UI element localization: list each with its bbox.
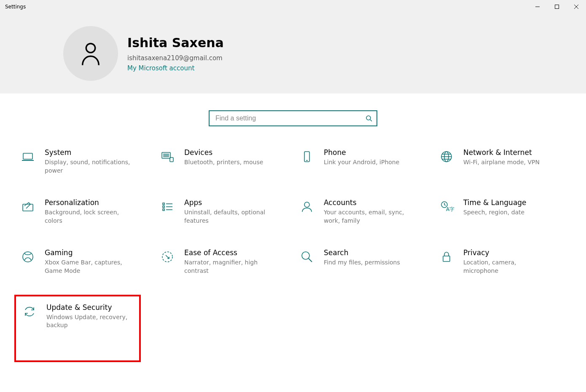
tile-time-language[interactable]: A字 Time & Language Speech, region, date — [439, 197, 566, 226]
svg-point-4 — [86, 43, 95, 52]
svg-rect-1 — [555, 5, 559, 9]
account-header: Ishita Saxena ishitasaxena2109@gmail.com… — [0, 13, 586, 93]
tile-desc: Speech, region, date — [463, 208, 527, 217]
xbox-icon — [20, 249, 35, 264]
tile-phone[interactable]: Phone Link your Android, iPhone — [299, 147, 426, 176]
tile-desc: Windows Update, recovery, backup — [46, 313, 133, 330]
laptop-icon — [20, 149, 35, 164]
user-name: Ishita Saxena — [127, 35, 224, 50]
window-controls — [528, 0, 586, 13]
tile-desc: Your accounts, email, sync, work, family — [324, 208, 412, 225]
magnifier-icon — [299, 249, 315, 264]
tile-search[interactable]: Search Find my files, permissions — [299, 248, 426, 276]
tile-title: Network & Internet — [463, 148, 540, 157]
person-icon — [299, 199, 315, 214]
tile-desc: Display, sound, notifications, power — [45, 158, 133, 175]
search-area — [0, 93, 586, 147]
tile-gaming[interactable]: Gaming Xbox Game Bar, captures, Game Mod… — [20, 248, 147, 276]
tile-title: Apps — [184, 198, 273, 207]
tile-desc: Bluetooth, printers, mouse — [184, 158, 263, 167]
ease-of-access-icon — [160, 249, 175, 264]
apps-list-icon — [160, 199, 175, 214]
avatar — [63, 26, 118, 81]
tile-title: Privacy — [463, 248, 552, 257]
svg-line-36 — [309, 259, 312, 262]
tile-desc: Find my files, permissions — [324, 259, 400, 267]
svg-point-35 — [302, 252, 309, 259]
tile-title: Update & Security — [46, 303, 133, 312]
svg-rect-24 — [163, 206, 164, 208]
tile-title: System — [45, 148, 133, 157]
search-icon — [366, 115, 372, 122]
svg-rect-37 — [443, 256, 450, 261]
person-icon — [80, 41, 102, 66]
svg-text:A字: A字 — [446, 206, 454, 212]
paintbrush-icon — [20, 199, 35, 214]
keyboard-icon — [160, 149, 175, 164]
window-title: Settings — [5, 4, 26, 10]
tile-title: Personalization — [45, 198, 133, 207]
lock-icon — [439, 249, 454, 264]
tile-title: Devices — [184, 148, 263, 157]
tile-privacy[interactable]: Privacy Location, camera, microphone — [439, 248, 566, 276]
tile-desc: Uninstall, defaults, optional features — [184, 208, 273, 225]
clock-language-icon: A字 — [439, 199, 454, 214]
titlebar: Settings — [0, 0, 586, 13]
tile-system[interactable]: System Display, sound, notifications, po… — [20, 147, 147, 176]
tile-desc: Narrator, magnifier, high contrast — [184, 259, 273, 275]
tile-desc: Wi-Fi, airplane mode, VPN — [463, 158, 540, 167]
svg-rect-26 — [163, 209, 164, 211]
tile-title: Gaming — [45, 248, 133, 257]
maximize-button[interactable] — [547, 0, 567, 13]
settings-grid: System Display, sound, notifications, po… — [0, 147, 586, 362]
svg-line-6 — [370, 120, 372, 121]
user-info: Ishita Saxena ishitasaxena2109@gmail.com… — [127, 35, 224, 72]
tile-network[interactable]: Network & Internet Wi-Fi, airplane mode,… — [439, 147, 566, 176]
tile-desc: Background, lock screen, colors — [45, 208, 133, 225]
tile-title: Search — [324, 248, 400, 257]
tile-apps[interactable]: Apps Uninstall, defaults, optional featu… — [160, 197, 287, 226]
tile-desc: Location, camera, microphone — [463, 259, 552, 275]
svg-rect-7 — [23, 153, 32, 159]
sync-icon — [22, 304, 37, 319]
svg-rect-21 — [23, 204, 33, 211]
tile-title: Phone — [324, 148, 399, 157]
tile-title: Time & Language — [463, 198, 527, 207]
svg-point-28 — [304, 202, 309, 207]
tile-title: Accounts — [324, 198, 412, 207]
highlight-box: Update & Security Windows Update, recove… — [14, 295, 141, 362]
globe-icon — [439, 149, 454, 164]
user-email: ishitasaxena2109@gmail.com — [127, 54, 224, 62]
tile-update-security[interactable]: Update & Security Windows Update, recove… — [22, 302, 133, 331]
svg-point-5 — [366, 116, 371, 120]
tile-desc: Xbox Game Bar, captures, Game Mode — [45, 259, 133, 275]
tile-accounts[interactable]: Accounts Your accounts, email, sync, wor… — [299, 197, 426, 226]
close-button[interactable] — [567, 0, 586, 13]
tile-devices[interactable]: Devices Bluetooth, printers, mouse — [160, 147, 287, 176]
search-input[interactable] — [215, 115, 366, 122]
tile-ease-of-access[interactable]: Ease of Access Narrator, magnifier, high… — [160, 248, 287, 276]
tile-desc: Link your Android, iPhone — [324, 158, 399, 167]
phone-icon — [299, 149, 315, 164]
search-box[interactable] — [209, 110, 377, 126]
svg-point-33 — [23, 252, 33, 262]
minimize-button[interactable] — [528, 0, 547, 13]
svg-rect-22 — [163, 203, 164, 205]
microsoft-account-link[interactable]: My Microsoft account — [127, 64, 224, 72]
tile-title: Ease of Access — [184, 248, 273, 257]
tile-personalization[interactable]: Personalization Background, lock screen,… — [20, 197, 147, 226]
svg-line-31 — [444, 205, 446, 205]
